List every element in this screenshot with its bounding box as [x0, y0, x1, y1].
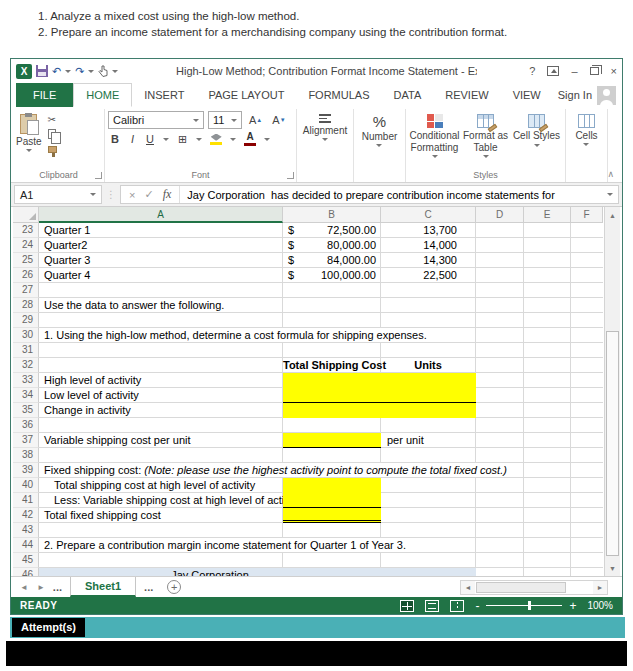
tab-page-layout[interactable]: PAGE LAYOUT	[196, 83, 296, 107]
hscroll-right-icon[interactable]: ►	[593, 581, 607, 594]
enter-icon[interactable]: ✓	[144, 188, 153, 201]
alignment-button[interactable]: Alignment	[303, 111, 347, 180]
cell-E27[interactable]	[524, 283, 571, 298]
cell-E30[interactable]	[524, 328, 571, 343]
row-header-44[interactable]: 44	[13, 538, 39, 553]
font-color-button[interactable]: A	[242, 132, 258, 146]
tab-home[interactable]: HOME	[73, 83, 132, 107]
row-header-29[interactable]: 29	[13, 313, 39, 328]
row-header-30[interactable]: 30	[13, 328, 39, 343]
row-header-45[interactable]: 45	[13, 553, 39, 568]
row-header-42[interactable]: 42	[13, 508, 39, 523]
cell-B36[interactable]	[283, 418, 381, 433]
cell-D31[interactable]	[476, 343, 524, 358]
font-name-combo[interactable]: Calibri	[108, 111, 204, 129]
scroll-up-icon[interactable]: ▲	[605, 207, 620, 223]
column-header-C[interactable]: C	[381, 207, 476, 223]
cell-A28[interactable]: Use the data to answer the following.	[39, 298, 283, 313]
zoom-slider-thumb[interactable]	[528, 601, 531, 610]
cell-F24[interactable]	[571, 238, 603, 253]
cell-A36[interactable]	[39, 418, 283, 433]
format-as-table-button[interactable]: Format as Table	[460, 111, 511, 166]
cell-A33[interactable]: High level of activity	[39, 373, 283, 388]
row-header-23[interactable]: 23	[13, 223, 39, 238]
cell-D44[interactable]	[476, 538, 524, 553]
paste-button[interactable]: Paste	[16, 111, 42, 166]
number-button[interactable]: % Number	[362, 111, 398, 180]
cell-C46[interactable]	[381, 568, 476, 576]
cell-F29[interactable]	[571, 313, 603, 328]
cell-C45[interactable]	[381, 553, 476, 568]
page-break-view-icon[interactable]	[450, 600, 464, 612]
undo-icon[interactable]: ↶	[52, 66, 61, 77]
vertical-scrollbar-thumb[interactable]	[606, 331, 619, 556]
help-icon[interactable]: ?	[529, 65, 535, 77]
sheet-prev-icon[interactable]: ◄	[20, 583, 28, 592]
cell-A38[interactable]	[39, 448, 283, 463]
collapse-ribbon-icon[interactable]: ∧	[607, 169, 614, 179]
cell-A32[interactable]	[39, 358, 283, 373]
row-header-39[interactable]: 39	[13, 463, 39, 478]
cell-E38[interactable]	[524, 448, 571, 463]
cell-D33[interactable]	[476, 373, 524, 388]
normal-view-icon[interactable]	[400, 600, 414, 612]
cell-B33[interactable]	[283, 373, 381, 388]
tab-sheet1[interactable]: Sheet1	[70, 577, 136, 597]
cell-F36[interactable]	[571, 418, 603, 433]
row-header-46[interactable]: 46	[13, 568, 39, 576]
sign-in-link[interactable]: Sign In	[558, 89, 592, 101]
row-header-43[interactable]: 43	[13, 523, 39, 538]
tab-review[interactable]: REVIEW	[433, 83, 500, 107]
cell-C25[interactable]: 14,300	[381, 253, 476, 268]
cell-D30[interactable]	[476, 328, 524, 343]
cell-D28[interactable]	[476, 298, 524, 313]
cell-F25[interactable]	[571, 253, 603, 268]
horizontal-scrollbar[interactable]: ◄ ►	[460, 580, 608, 595]
cell-B31[interactable]	[283, 343, 381, 358]
hscroll-thumb[interactable]	[476, 582, 566, 593]
cell-F33[interactable]	[571, 373, 603, 388]
formula-input[interactable]: Jay Corporation has decided to prepare c…	[180, 189, 602, 201]
cell-C31[interactable]	[381, 343, 476, 358]
row-header-24[interactable]: 24	[13, 238, 39, 253]
cell-C41[interactable]	[381, 493, 476, 508]
font-size-combo[interactable]: 11	[208, 111, 242, 129]
cancel-icon[interactable]: ×	[129, 189, 135, 201]
cell-B43[interactable]	[283, 523, 381, 538]
cell-D25[interactable]	[476, 253, 524, 268]
cell-A30[interactable]: 1. Using the high-low method, determine …	[39, 328, 476, 343]
column-header-D[interactable]: D	[476, 207, 524, 223]
cell-E36[interactable]	[524, 418, 571, 433]
fill-color-button[interactable]	[208, 134, 224, 145]
cell-F23[interactable]	[571, 223, 603, 238]
cell-F40[interactable]	[571, 478, 603, 493]
column-header-A[interactable]: A	[39, 207, 283, 223]
cell-C26[interactable]: 22,500	[381, 268, 476, 283]
cell-A24[interactable]: Quarter2	[39, 238, 283, 253]
cell-D37[interactable]	[476, 433, 524, 448]
column-header-B[interactable]: B	[283, 207, 381, 223]
cell-B41[interactable]	[283, 493, 381, 508]
zoom-level[interactable]: 100%	[587, 600, 613, 611]
cell-B38[interactable]	[283, 448, 381, 463]
qat-customize-caret[interactable]	[112, 70, 118, 73]
cell-C24[interactable]: 14,000	[381, 238, 476, 253]
ribbon-display-options-icon[interactable]	[547, 66, 559, 76]
cell-styles-button[interactable]: Cell Styles	[511, 111, 562, 166]
row-header-35[interactable]: 35	[13, 403, 39, 418]
cell-E28[interactable]	[524, 298, 571, 313]
user-avatar-icon[interactable]	[597, 86, 616, 105]
tab-data[interactable]: DATA	[382, 83, 434, 107]
formula-bar-expand-caret[interactable]	[602, 193, 618, 196]
cell-C23[interactable]: 13,700	[381, 223, 476, 238]
cell-B37[interactable]	[283, 433, 381, 448]
cell-A23[interactable]: Quarter 1	[39, 223, 283, 238]
cell-A25[interactable]: Quarter 3	[39, 253, 283, 268]
redo-icon[interactable]: ↷	[75, 66, 84, 77]
cell-A44[interactable]: 2. Prepare a contribution margin income …	[39, 538, 476, 553]
sheet-dots-left[interactable]: ...	[53, 581, 62, 593]
cell-B40[interactable]	[283, 478, 381, 493]
cell-A41[interactable]: Less: Variable shipping cost at high lev…	[39, 493, 283, 508]
cell-D46[interactable]	[476, 568, 524, 576]
cell-D29[interactable]	[476, 313, 524, 328]
